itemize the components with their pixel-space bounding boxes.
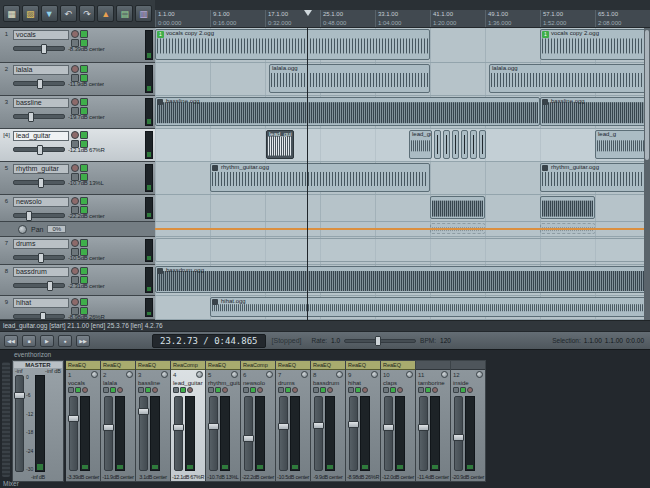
volume-fader[interactable] [174,396,183,471]
volume-slider-handle[interactable] [38,253,44,263]
channel-name[interactable]: lalala [101,379,135,387]
volume-slider[interactable] [13,180,65,185]
mute-button[interactable] [243,387,249,393]
media-item[interactable] [430,196,485,219]
volume-fader[interactable] [209,396,218,471]
track-name-field[interactable]: drums [13,239,69,249]
fx-button[interactable] [80,239,88,247]
arrange-vertical-scrollbar[interactable] [644,28,650,320]
track-strip-vocals[interactable]: 1 vocals -8.39dB center [0,28,155,63]
undo-icon[interactable]: ↶ [60,5,77,22]
lane-bassline[interactable]: bassline.ogg bassline.ogg [155,96,650,129]
volume-slider[interactable] [13,81,65,86]
record-arm-button[interactable] [432,387,438,393]
channel-name[interactable]: bassdrum [311,379,345,387]
pan-knob[interactable] [371,371,378,378]
fx-enable-button[interactable] [355,387,361,393]
record-arm-button[interactable] [71,65,79,73]
master-fader-handle[interactable] [14,392,25,399]
fx-enable-button[interactable] [320,387,326,393]
mixer-strip-bassdrum[interactable]: ReaEQ 8 bassdrum -9.9dB center [311,360,346,482]
rate-slider-handle[interactable] [375,336,381,346]
fx-slot[interactable]: ReaEQ [66,361,100,370]
record-arm-button[interactable] [71,164,79,172]
volume-fader[interactable] [104,396,113,471]
fader-handle[interactable] [68,415,79,422]
mixer-strip-claps[interactable]: ReaEQ 10 claps -12.0dB center [381,360,416,482]
media-item[interactable] [443,130,450,159]
record-button[interactable]: ● [58,335,72,347]
record-arm-button[interactable] [71,30,79,38]
media-item[interactable] [452,130,459,159]
channel-name[interactable]: bassline [136,379,170,387]
media-item[interactable]: lalala.ogg [489,64,648,93]
volume-slider[interactable] [13,314,65,319]
fader-handle[interactable] [348,421,359,428]
selection-end[interactable]: 1.1.00 [605,337,623,344]
record-arm-button[interactable] [397,387,403,393]
track-strip-lead-guitar[interactable]: [4] lead_guitar -12.1dB 67%R [0,129,155,162]
mute-button[interactable] [348,387,354,393]
docker-grip[interactable] [2,362,10,477]
fader-handle[interactable] [138,408,149,415]
pan-envelope-lane-header[interactable]: Pan 0% [0,222,155,237]
volume-slider[interactable] [13,147,65,152]
volume-slider-handle[interactable] [47,281,53,291]
media-item[interactable] [434,130,441,159]
mixer-strip-bassline[interactable]: ReaEQ 3 bassline 3.1dB center [136,360,171,482]
fx-enable-button[interactable] [180,387,186,393]
mixer-strip-tamborine[interactable]: 11 tamborine -11.4dB center [416,360,451,482]
new-project-icon[interactable]: ▦ [3,5,20,22]
pan-envelope-line[interactable] [155,228,650,230]
master-volume-fader[interactable] [15,375,24,472]
play-button[interactable]: ▶ [40,335,54,347]
stop-button[interactable]: ■ [22,335,36,347]
pan-knob[interactable] [126,371,133,378]
fader-handle[interactable] [103,424,114,431]
media-item[interactable] [540,196,595,219]
media-item[interactable]: rhythm_guitar.ogg [540,163,648,192]
rate-slider[interactable] [344,339,416,343]
mute-button[interactable] [453,387,459,393]
fader-handle[interactable] [453,434,464,441]
fx-enable-button[interactable] [75,387,81,393]
volume-fader[interactable] [69,396,78,471]
track-name-field[interactable]: lead_guitar [13,131,69,141]
track-name-field[interactable]: bassline [13,98,69,108]
volume-slider[interactable] [13,283,65,288]
pan-knob[interactable] [161,371,168,378]
volume-fader[interactable] [454,396,463,471]
track-name-field[interactable]: vocals [13,30,69,40]
media-item[interactable] [479,130,486,159]
lane-rhythm-guitar[interactable]: rhythm_guitar.ogg rhythm_guitar.ogg [155,162,650,195]
record-arm-button[interactable] [222,387,228,393]
track-strip-drums[interactable]: 7 drums -10.5dB center [0,237,155,265]
lane-pan-envelope[interactable] [155,222,650,237]
volume-fader[interactable] [314,396,323,471]
pan-knob[interactable] [91,371,98,378]
go-to-start-button[interactable]: ◀◀ [4,335,18,347]
volume-fader[interactable] [419,396,428,471]
fx-slot[interactable]: ReaComp [241,361,275,370]
channel-name[interactable]: claps [381,379,415,387]
mute-button[interactable] [278,387,284,393]
track-name-field[interactable]: bassdrum [13,267,69,277]
record-arm-button[interactable] [292,387,298,393]
pan-knob-icon[interactable] [18,225,27,234]
fx-slot[interactable]: ReaComp [171,361,205,370]
fx-button[interactable] [80,65,88,73]
fader-handle[interactable] [173,424,184,431]
timeline-ruler[interactable]: 1.1.00 9.1.00 17.1.00 25.1.00 33.1.00 41… [155,10,650,28]
media-item[interactable] [155,238,648,262]
pan-knob[interactable] [476,371,483,378]
record-arm-button[interactable] [362,387,368,393]
track-strip-bassdrum[interactable]: 8 bassdrum -2.31dB center [0,265,155,296]
track-name-field[interactable]: rhythm_guitar [13,164,69,174]
media-item[interactable]: lead_gui [409,130,432,159]
volume-slider[interactable] [13,255,65,260]
record-arm-button[interactable] [71,267,79,275]
lane-newsolo[interactable] [155,195,650,222]
record-arm-button[interactable] [327,387,333,393]
fx-slot[interactable]: ReaEQ [101,361,135,370]
mixer-strip-lalala[interactable]: ReaEQ 2 lalala -11.9dB center [101,360,136,482]
